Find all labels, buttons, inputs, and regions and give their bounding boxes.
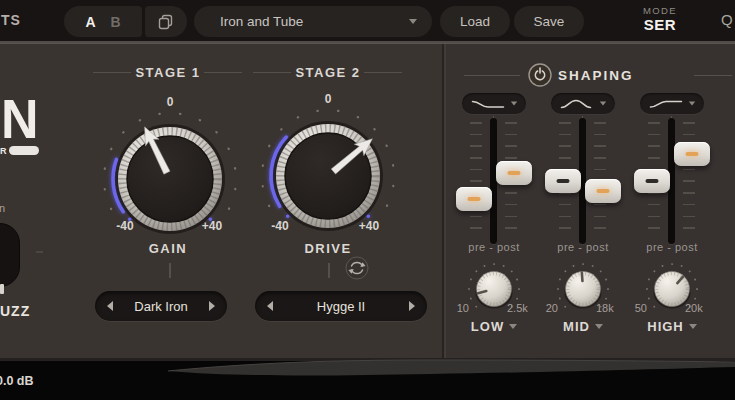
chevron-down-icon [689,324,697,329]
stage1-title: STAGE 1 [120,65,216,80]
band-low: pre - post 10 2.5k LOW [449,89,539,344]
stage2-header-line-right [364,72,402,73]
handle-led [646,179,659,183]
pre-post-label: pre - post [538,241,628,253]
swap-stages-button[interactable] [344,255,370,281]
high-shape-dropdown[interactable] [640,93,704,114]
shaping-header-line-left [464,75,520,76]
stage2-min-label: -40 [258,219,302,233]
mode-value: SER [628,16,692,33]
slider-scale-left [470,122,482,239]
handle-led [686,152,699,156]
stage1-max-label: +40 [190,219,234,233]
high-range-max: 20k [685,302,721,314]
low-post-slider-handle[interactable] [496,161,532,185]
ab-compare-switch[interactable]: A B [64,6,142,37]
mid-post-slider-handle[interactable] [585,179,621,203]
save-button[interactable]: Save [514,6,584,37]
stage1-model-name: Dark Iron [134,299,187,314]
high-shelf-curve-icon [648,97,684,111]
band-mid: pre - post 20 18k MID [538,89,628,344]
low-shape-dropdown[interactable] [462,93,526,114]
high-band-label: HIGH [647,319,684,334]
chevron-down-icon [689,102,695,106]
stage1-center-tick [169,263,171,278]
shaping-title: SHAPING [558,68,634,83]
main-panel: N R n UZZ STAGE 1 0 -40 +40 GAIN [0,43,735,358]
ab-a-label[interactable]: A [85,14,95,30]
presets-label-fragment[interactable]: TS [1,12,21,28]
save-button-label: Save [534,14,565,29]
copy-ab-button[interactable] [145,6,187,37]
logo-badge-pill [9,146,39,155]
low-range-min: 10 [443,302,469,314]
chevron-down-icon [409,19,417,24]
left-tick-fragment [36,251,43,253]
bell-curve-icon [559,97,595,111]
handle-led [468,197,481,201]
stage1-min-label: -40 [103,219,147,233]
fuzz-label-fragment: UZZ [0,303,30,319]
left-glyph-fragment [0,284,4,294]
stage2-model-name: Hygge II [317,299,365,314]
handle-led [508,171,521,175]
stage2-center-tick [328,263,330,278]
high-range-min: 50 [621,302,647,314]
processing-mode-switch[interactable]: MODE SER [628,5,692,33]
logo-badge-letter-fragment: R [0,146,7,156]
stage2-title: STAGE 2 [280,65,376,80]
knob-pointer [582,273,583,281]
mid-shape-dropdown[interactable] [551,93,615,114]
chevron-down-icon [600,102,606,106]
prev-arrow-icon[interactable] [107,301,113,311]
next-arrow-icon[interactable] [209,301,215,311]
stage1-header-line-right [204,72,242,73]
mid-range-min: 20 [532,302,558,314]
band-high: pre - post 50 20k HIGH [627,89,717,344]
preset-name: Iron and Tube [220,14,303,29]
copy-icon [157,13,175,31]
stage2-model-selector[interactable]: Hygge II [255,291,427,321]
chevron-down-icon [511,102,517,106]
stage2-param-label: DRIVE [280,241,376,256]
left-toggle-fragment[interactable] [0,223,20,287]
high-pre-slider-handle[interactable] [634,169,670,193]
chevron-down-icon [509,324,517,329]
stage1-param-label: GAIN [120,241,216,256]
shaping-header-line-right [694,75,732,76]
mid-band-label: MID [563,319,590,334]
top-toolbar: TS A B Iron and Tube Load Save MODE SER … [0,0,735,43]
low-shelf-curve-icon [470,97,506,111]
pre-post-label: pre - post [449,241,539,253]
mid-pre-slider-handle[interactable] [545,169,581,193]
handle-led [557,179,570,183]
bottom-display-strip: 0.0 dB [0,358,735,400]
stage1-model-selector[interactable]: Dark Iron [95,291,227,321]
slider-scale-right [683,122,695,239]
corner-glyph-fragment[interactable]: Q [721,11,733,28]
high-post-slider-handle[interactable] [674,142,710,166]
low-band-label: LOW [471,319,504,334]
load-button-label: Load [460,14,490,29]
low-band-menu[interactable]: LOW [449,319,539,334]
stage2-max-label: +40 [347,219,391,233]
high-band-menu[interactable]: HIGH [627,319,717,334]
mode-label: MODE [628,5,692,16]
next-arrow-icon[interactable] [409,301,415,311]
low-pre-slider-handle[interactable] [456,187,492,211]
output-level-readout: 0.0 dB [0,374,34,388]
saturation-plugin-window: TS A B Iron and Tube Load Save MODE SER … [0,0,735,400]
bottom-curve-graphic [0,358,735,400]
left-text-fragment: n [0,202,5,214]
pre-post-label: pre - post [627,241,717,253]
handle-led [597,189,610,193]
mid-band-menu[interactable]: MID [538,319,628,334]
preset-dropdown[interactable]: Iron and Tube [194,6,432,37]
chevron-down-icon [595,324,603,329]
load-button[interactable]: Load [440,6,510,37]
ab-b-label[interactable]: B [111,14,121,30]
prev-arrow-icon[interactable] [267,301,273,311]
logo-fragment: N [1,92,39,147]
shaping-power-button[interactable] [527,62,553,88]
